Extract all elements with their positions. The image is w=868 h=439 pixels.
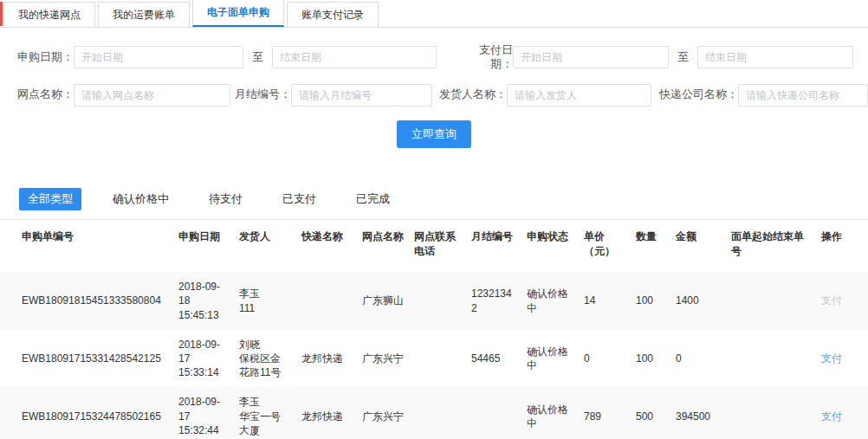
cell-site-name: 广东狮山 bbox=[357, 272, 409, 330]
courier-name-input[interactable] bbox=[738, 84, 868, 107]
cell-status: 确认价格中 bbox=[521, 272, 579, 330]
table-header-row: 申购单编号 申购日期 发货人 快递名称 网点名称 网点联系电话 月结编号 申购状… bbox=[0, 219, 868, 272]
search-form: 申购日期： 至 支付日期： 至 网点名称： 月结编号： 发货人名称： 快递公司名… bbox=[0, 28, 868, 148]
cell-purchase-date: 2018-09-17 15:33:14 bbox=[173, 330, 234, 388]
to-label: 至 bbox=[677, 49, 689, 65]
cell-purchase-date: 2018-09-18 15:45:13 bbox=[173, 272, 234, 330]
cell-order-no: EWB18091715324478502165 bbox=[0, 387, 173, 439]
cell-courier: 龙邦快递 bbox=[296, 330, 357, 388]
search-button-row: 立即查询 bbox=[0, 120, 868, 148]
pay-end-date-input[interactable] bbox=[697, 46, 853, 68]
cell-monthly-no: 12321342 bbox=[466, 272, 521, 330]
cell-monthly-no: 54465 bbox=[466, 330, 521, 388]
courier-name-label: 快递公司名称： bbox=[651, 87, 738, 101]
table-row: EWB18091715331428542125 2018-09-17 15:33… bbox=[0, 330, 868, 388]
col-header-site-phone: 网点联系电话 bbox=[409, 219, 466, 272]
purchase-orders-table: 申购单编号 申购日期 发货人 快递名称 网点名称 网点联系电话 月结编号 申购状… bbox=[0, 219, 868, 439]
cell-monthly-no bbox=[466, 387, 521, 439]
cell-waybill-range bbox=[726, 330, 816, 388]
col-header-action: 操作 bbox=[816, 219, 868, 272]
purchase-end-date-input[interactable] bbox=[272, 46, 437, 68]
cell-quantity: 500 bbox=[631, 387, 670, 439]
sender-name-input[interactable] bbox=[507, 84, 651, 107]
monthly-no-label: 月结编号： bbox=[230, 87, 291, 101]
tab-my-express-sites[interactable]: 我的快递网点 bbox=[3, 2, 95, 27]
cell-courier bbox=[296, 272, 357, 330]
tab-my-freight-bills[interactable]: 我的运费账单 bbox=[98, 2, 190, 27]
cell-courier: 龙邦快递 bbox=[296, 387, 357, 439]
pay-date-label: 支付日期： bbox=[471, 43, 513, 72]
site-name-label: 网点名称： bbox=[0, 87, 74, 101]
form-row-dates: 申购日期： 至 支付日期： 至 bbox=[0, 43, 868, 72]
tab-bill-payment-records[interactable]: 账单支付记录 bbox=[287, 2, 379, 27]
top-tab-bar: 我的快递网点 我的运费账单 电子面单申购 账单支付记录 bbox=[0, 0, 868, 28]
col-header-amount: 金额 bbox=[670, 219, 726, 272]
cell-status: 确认价格中 bbox=[521, 387, 579, 439]
sender-name-label: 发货人名称： bbox=[432, 87, 507, 101]
status-tab-completed[interactable]: 已完成 bbox=[347, 188, 398, 210]
cell-amount: 0 bbox=[670, 330, 726, 388]
cell-unit-price: 789 bbox=[579, 387, 631, 439]
col-header-status: 申购状态 bbox=[521, 219, 579, 272]
to-label: 至 bbox=[252, 49, 263, 65]
cell-site-phone bbox=[409, 387, 466, 439]
col-header-purchase-date: 申购日期 bbox=[173, 219, 234, 272]
purchase-date-label: 申购日期： bbox=[0, 50, 74, 64]
col-header-unit-price: 单价（元） bbox=[579, 219, 631, 272]
pay-link[interactable]: 支付 bbox=[821, 352, 842, 365]
col-header-site-name: 网点名称 bbox=[357, 219, 409, 272]
cell-site-phone bbox=[409, 272, 466, 330]
table-row: EWB18091715324478502165 2018-09-17 15:32… bbox=[0, 387, 868, 439]
cell-site-name: 广东兴宁 bbox=[357, 387, 409, 439]
cell-waybill-range bbox=[726, 387, 816, 439]
cell-unit-price: 0 bbox=[579, 330, 631, 388]
cell-status: 确认价格中 bbox=[521, 330, 579, 388]
cell-quantity: 100 bbox=[631, 272, 670, 330]
col-header-courier: 快递名称 bbox=[296, 219, 357, 272]
cell-amount: 394500 bbox=[670, 387, 726, 439]
col-header-waybill-range: 面单起始结束单号 bbox=[726, 219, 816, 272]
pay-start-date-input[interactable] bbox=[513, 46, 669, 68]
col-header-sender: 发货人 bbox=[234, 219, 296, 272]
form-row-text-filters: 网点名称： 月结编号： 发货人名称： 快递公司名称： bbox=[0, 84, 868, 107]
search-button[interactable]: 立即查询 bbox=[397, 120, 471, 148]
monthly-no-input[interactable] bbox=[291, 84, 432, 107]
cell-order-no: EWB18091715331428542125 bbox=[0, 330, 173, 388]
status-tab-paid[interactable]: 已支付 bbox=[274, 188, 325, 210]
cell-site-phone bbox=[409, 330, 466, 388]
cell-site-name: 广东兴宁 bbox=[357, 330, 409, 388]
col-header-order-no: 申购单编号 bbox=[0, 219, 173, 272]
purchase-start-date-input[interactable] bbox=[74, 46, 243, 68]
status-filter-tabs: 全部类型 确认价格中 待支付 已支付 已完成 bbox=[0, 188, 868, 219]
status-tab-all[interactable]: 全部类型 bbox=[19, 188, 81, 210]
site-name-input[interactable] bbox=[74, 84, 230, 107]
cell-order-no: EWB18091815451333580804 bbox=[0, 272, 173, 330]
status-tab-pending-payment[interactable]: 待支付 bbox=[200, 188, 251, 210]
pay-link[interactable]: 支付 bbox=[821, 410, 842, 423]
cell-sender: 李玉 华宝一号 大厦 bbox=[234, 387, 296, 439]
tab-e-waybill-purchase[interactable]: 电子面单申购 bbox=[192, 0, 284, 27]
cell-amount: 1400 bbox=[670, 272, 726, 330]
table-row: EWB18091815451333580804 2018-09-18 15:45… bbox=[0, 272, 868, 330]
pay-link[interactable]: 支付 bbox=[821, 294, 842, 307]
cell-sender: 刘晓 保税区金 花路11号 bbox=[234, 330, 296, 388]
cell-quantity: 100 bbox=[631, 330, 670, 388]
col-header-monthly-no: 月结编号 bbox=[466, 219, 521, 272]
cell-unit-price: 14 bbox=[579, 272, 631, 330]
cell-purchase-date: 2018-09-17 15:32:44 bbox=[173, 387, 234, 439]
col-header-quantity: 数量 bbox=[631, 219, 670, 272]
cell-sender: 李玉 111 bbox=[234, 272, 296, 330]
left-accent-bar bbox=[0, 2, 3, 26]
status-tab-confirming-price[interactable]: 确认价格中 bbox=[104, 188, 178, 210]
cell-waybill-range bbox=[726, 272, 816, 330]
